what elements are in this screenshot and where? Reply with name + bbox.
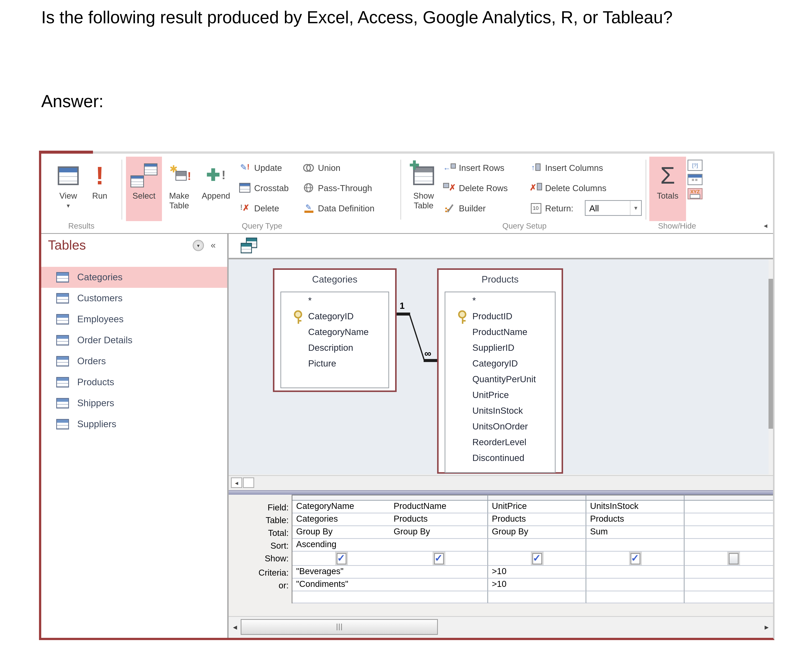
- grid-cell-extra[interactable]: [586, 591, 685, 603]
- grid-cell-show[interactable]: ✓: [293, 552, 391, 566]
- grid-cell-sort[interactable]: Ascending: [293, 539, 391, 552]
- scrollbar-thumb[interactable]: [769, 279, 773, 429]
- view-dropdown-caret[interactable]: ▼: [66, 203, 71, 208]
- field-categoryid[interactable]: CategoryID: [445, 355, 555, 371]
- sidebar-item-order-details[interactable]: Order Details: [41, 330, 227, 351]
- query-design-canvas[interactable]: 1 ∞ Categories *CategoryIDCategoryNameDe…: [229, 259, 773, 474]
- grid-cell-field[interactable]: UnitPrice: [488, 501, 586, 513]
- grid-cell-total[interactable]: Sum: [586, 526, 685, 539]
- data-definition-button[interactable]: ✎ Data Definition: [302, 202, 375, 214]
- field-star[interactable]: *: [281, 292, 388, 308]
- delete-rows-button[interactable]: ✗ Delete Rows: [443, 182, 508, 194]
- field-quantityperunit[interactable]: QuantityPerUnit: [445, 371, 555, 387]
- builder-button[interactable]: Builder: [443, 202, 486, 214]
- show-checkbox-checked[interactable]: ✓: [630, 553, 640, 564]
- delete-query-button[interactable]: !✗ Delete: [238, 202, 279, 214]
- grid-cell-total[interactable]: Group By: [293, 526, 391, 539]
- append-button[interactable]: ✚ ! Append: [196, 157, 236, 221]
- grid-cell-extra[interactable]: [390, 591, 488, 603]
- scrollbar-thumb[interactable]: [241, 619, 438, 635]
- grid-cell-or[interactable]: [685, 578, 773, 591]
- parameters-button[interactable]: [?]: [688, 160, 703, 171]
- ribbon-collapse-icon[interactable]: ◄: [762, 223, 769, 229]
- scroll-left-icon[interactable]: ◄: [232, 623, 238, 631]
- grid-cell-table[interactable]: [685, 513, 773, 526]
- grid-column-header[interactable]: [293, 495, 391, 501]
- grid-cell-show[interactable]: ✓: [488, 552, 586, 566]
- field-unitsonorder[interactable]: UnitsOnOrder: [445, 418, 555, 434]
- field-categoryid[interactable]: CategoryID: [281, 308, 388, 324]
- grid-cell-extra[interactable]: [293, 591, 391, 603]
- grid-cell-total[interactable]: Group By: [488, 526, 586, 539]
- grid-cell-extra[interactable]: [488, 591, 586, 603]
- scrollbar-thumb-small[interactable]: [243, 477, 254, 488]
- grid-cell-table[interactable]: Products: [586, 513, 685, 526]
- grid-cell-or[interactable]: "Condiments": [293, 578, 391, 591]
- show-checkbox-checked[interactable]: ✓: [434, 553, 444, 564]
- grid-cell-sort[interactable]: [390, 539, 488, 552]
- grid-cell-criteria[interactable]: [390, 566, 488, 578]
- grid-cell-show[interactable]: ✓: [586, 552, 685, 566]
- grid-column-header[interactable]: [586, 495, 685, 501]
- canvas-vertical-scrollbar[interactable]: [769, 259, 773, 474]
- scroll-left-button[interactable]: ◄: [231, 477, 242, 488]
- scroll-right-icon[interactable]: ►: [763, 623, 770, 631]
- grid-cell-show[interactable]: [685, 552, 773, 566]
- field-productname[interactable]: ProductName: [445, 324, 555, 339]
- grid-cell-field[interactable]: CategoryName: [293, 501, 391, 513]
- select-query-button[interactable]: Select: [126, 157, 162, 221]
- grid-cell-total[interactable]: Group By: [390, 526, 488, 539]
- grid-cell-criteria[interactable]: [685, 566, 773, 578]
- field-supplierid[interactable]: SupplierID: [445, 339, 555, 355]
- table-names-button[interactable]: XYZ: [688, 188, 703, 199]
- grid-cell-or[interactable]: [390, 578, 488, 591]
- delete-columns-button[interactable]: ✗ Delete Columns: [529, 182, 606, 194]
- field-reorderlevel[interactable]: ReorderLevel: [445, 434, 555, 450]
- grid-cell-table[interactable]: Categories: [293, 513, 391, 526]
- sidebar-item-products[interactable]: Products: [41, 372, 227, 393]
- table-card-categories[interactable]: Categories *CategoryIDCategoryNameDescri…: [273, 268, 397, 392]
- grid-cell-sort[interactable]: [586, 539, 685, 552]
- property-sheet-button[interactable]: ≡≡: [688, 174, 703, 185]
- return-combobox[interactable]: All ▼: [585, 200, 642, 216]
- field-unitprice[interactable]: UnitPrice: [445, 387, 555, 402]
- grid-cell-sort[interactable]: [488, 539, 586, 552]
- insert-rows-button[interactable]: ← Insert Rows: [443, 161, 505, 174]
- nav-pane-menu-button[interactable]: ▼: [193, 240, 204, 251]
- grid-column-header[interactable]: [685, 495, 773, 501]
- field-productid[interactable]: ProductID: [445, 308, 555, 324]
- insert-columns-button[interactable]: ↑ Insert Columns: [529, 161, 603, 174]
- grid-horizontal-scrollbar[interactable]: ◄ ►: [229, 616, 773, 638]
- grid-cell-or[interactable]: [586, 578, 685, 591]
- grid-cell-table[interactable]: Products: [488, 513, 586, 526]
- grid-cell-sort[interactable]: [685, 539, 773, 552]
- grid-cell-criteria[interactable]: [586, 566, 685, 578]
- grid-cell-show[interactable]: ✓: [390, 552, 488, 566]
- grid-cell-total[interactable]: [685, 526, 773, 539]
- table-card-products[interactable]: Products *ProductIDProductNameSupplierID…: [437, 268, 563, 474]
- grid-column-header[interactable]: [488, 495, 586, 501]
- sidebar-item-customers[interactable]: Customers: [41, 288, 227, 309]
- pane-splitter[interactable]: [229, 490, 773, 495]
- grid-cell-criteria[interactable]: >10: [488, 566, 586, 578]
- totals-button[interactable]: Σ Totals: [649, 157, 686, 221]
- crosstab-button[interactable]: Crosstab: [238, 182, 289, 194]
- field-unitsinstock[interactable]: UnitsInStock: [445, 402, 555, 418]
- grid-cell-or[interactable]: >10: [488, 578, 586, 591]
- grid-cell-table[interactable]: Products: [390, 513, 488, 526]
- field-categoryname[interactable]: CategoryName: [281, 324, 388, 339]
- sidebar-item-orders[interactable]: Orders: [41, 351, 227, 372]
- grid-cell-field[interactable]: [685, 501, 773, 513]
- grid-cell-extra[interactable]: [685, 591, 773, 603]
- make-table-button[interactable]: ✱ ! Make Table: [164, 157, 194, 221]
- show-checkbox-unchecked[interactable]: [728, 553, 738, 564]
- sidebar-item-categories[interactable]: Categories: [41, 267, 227, 288]
- combo-dropdown-icon[interactable]: ▼: [630, 201, 641, 215]
- pass-through-button[interactable]: Pass-Through: [302, 182, 372, 194]
- sidebar-item-employees[interactable]: Employees: [41, 309, 227, 330]
- nav-pane-collapse-button[interactable]: «: [211, 240, 216, 250]
- grid-column-header[interactable]: [390, 495, 488, 501]
- run-button[interactable]: ! Run: [86, 157, 113, 221]
- show-checkbox-checked[interactable]: ✓: [336, 553, 346, 564]
- view-button[interactable]: View ▼: [52, 157, 85, 221]
